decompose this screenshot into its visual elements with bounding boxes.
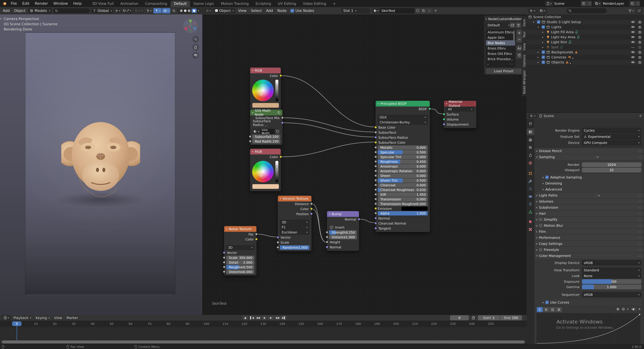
checkbox-icon[interactable]	[539, 218, 542, 221]
prop-dropdown[interactable]: None▾	[582, 273, 641, 279]
input-socket[interactable]	[374, 165, 377, 168]
camera-view-button[interactable]	[192, 52, 199, 59]
preset-list-item[interactable]: Blur Nodes	[486, 40, 515, 46]
collapse-icon[interactable]: ▾	[252, 150, 253, 153]
transform-orientation-dropdown[interactable]: Global▾	[91, 8, 114, 13]
disable-render-icon[interactable]	[638, 55, 642, 59]
panel-header-performance[interactable]: ▸Performance::::	[534, 235, 644, 241]
delete-preset-button[interactable]	[516, 22, 521, 28]
expand-icon[interactable]: ▸	[488, 63, 489, 65]
input-socket[interactable]	[223, 270, 226, 273]
rendered-shading-icon[interactable]	[192, 8, 197, 13]
collapse-icon[interactable]: ▾	[252, 69, 253, 72]
toolbar-expand-arrow[interactable]: ▸	[0, 17, 2, 20]
material-new-button[interactable]	[420, 8, 426, 13]
checkbox-icon[interactable]	[330, 226, 334, 229]
input-socket[interactable]	[249, 140, 252, 143]
disable-render-icon[interactable]	[638, 60, 642, 64]
subpanel-use-curves[interactable]: ▸✓Use Curves	[541, 300, 642, 305]
viewport-menu-add[interactable]: Add	[1, 7, 12, 14]
play-button[interactable]: ▶	[267, 315, 275, 321]
new-collection-button[interactable]	[636, 8, 643, 13]
node-enum-dropdown[interactable]: 3D▾	[226, 245, 254, 250]
curve-graph[interactable]	[536, 313, 640, 344]
workspace-add-tab[interactable]: +	[330, 1, 339, 7]
list-refresh-button[interactable]	[516, 52, 522, 59]
load-preset-button[interactable]: Load Preset	[486, 68, 522, 74]
node-header[interactable]: ▾Bump	[327, 211, 359, 217]
prop-dropdown[interactable]: sRGB▾	[582, 260, 641, 266]
node-enum-dropdown[interactable]: Euclidean▾	[280, 230, 310, 235]
3d-viewport[interactable]: Camera Perspective(0) Scene Collection |…	[0, 14, 202, 315]
disclosure-right-icon[interactable]: ▸	[538, 61, 540, 63]
output-socket[interactable]	[428, 107, 431, 110]
material-browse-button[interactable]: ▾	[372, 8, 380, 13]
input-socket[interactable]	[374, 155, 377, 158]
curve-channel-g[interactable]: G	[549, 307, 556, 312]
node-value-slider[interactable]: Red Radiu0.150	[252, 139, 280, 144]
collapse-icon[interactable]: ▾	[226, 228, 227, 230]
input-socket[interactable]	[326, 231, 328, 234]
output-socket[interactable]	[280, 74, 282, 77]
disclosure-down-icon[interactable]: ▾	[538, 26, 540, 28]
node-value-slider[interactable]: Distance1.000	[329, 235, 357, 239]
node-header[interactable]: ▾RGB	[250, 68, 281, 73]
subpanel-advanced[interactable]: ▸Advanced	[541, 186, 642, 192]
node-link[interactable]	[430, 109, 444, 114]
checkbox-icon[interactable]: ✓	[545, 301, 549, 304]
hide-viewport-icon[interactable]	[631, 30, 635, 34]
menubar-menu-file[interactable]: File	[8, 0, 20, 7]
preset-list-item[interactable]: Brass Elbru	[486, 46, 515, 51]
preset-list[interactable]: Aluminum ElbruApple SkinBlur NodesBrass …	[486, 29, 515, 67]
node-menu-view[interactable]: View	[236, 7, 249, 14]
node-value-slider[interactable]: Specular Tint0.000	[378, 155, 428, 159]
node-header[interactable]: ▾RGB	[250, 149, 281, 154]
prop-dropdown[interactable]: Cycles▾	[582, 128, 641, 133]
preset-list-item[interactable]: Apple Skin	[486, 35, 515, 40]
current-frame-field[interactable]: 0	[450, 315, 469, 320]
hide-viewport-icon[interactable]	[631, 25, 635, 29]
properties-object-data-tab[interactable]	[526, 209, 534, 215]
input-socket[interactable]	[374, 160, 377, 163]
delete-point-icon[interactable]: ✕	[638, 308, 641, 311]
properties-scene-tab[interactable]	[526, 152, 534, 159]
input-socket[interactable]	[223, 251, 226, 254]
input-socket[interactable]	[374, 126, 377, 129]
material-browse-button[interactable]: ▾	[252, 129, 260, 134]
node-header[interactable]: ▾Material Output	[444, 101, 476, 106]
input-socket[interactable]	[374, 131, 377, 134]
list-sort-button[interactable]: Az	[516, 45, 522, 51]
sidebar-tab-options[interactable]: Options	[522, 52, 526, 69]
node-value-slider[interactable]: Metallic0.000	[378, 145, 428, 150]
properties-output-tab[interactable]	[526, 136, 534, 143]
outliner-row[interactable]: ▸✓Objects4	[526, 60, 644, 65]
node-value-slider[interactable]: Clearcoat0.000	[378, 183, 428, 187]
checkbox-icon[interactable]: ✓	[545, 176, 549, 179]
node-value-slider[interactable]: Subsurfac0.100	[252, 134, 280, 139]
zoom-in-icon[interactable]: ⊕	[616, 307, 619, 311]
input-socket[interactable]	[374, 207, 377, 210]
disclosure-right-icon[interactable]: ▸	[542, 41, 545, 43]
subpanel-adaptive-sampling[interactable]: ▸✓Adaptive Sampling	[541, 174, 642, 180]
node-value-slider[interactable]: Sheen0.000	[378, 174, 428, 178]
disable-render-icon[interactable]	[638, 30, 642, 34]
collapse-icon[interactable]: ▾	[252, 111, 253, 114]
node-value-slider[interactable]: Strength0.250	[329, 230, 357, 235]
menubar-menu-help[interactable]: Help	[71, 0, 84, 7]
outliner-display-dropdown[interactable]: ▾	[528, 8, 537, 13]
node-value-slider[interactable]: Specular0.500	[378, 150, 428, 154]
node-value-slider[interactable]: Transmission Roughness0.000	[378, 202, 428, 206]
collapse-icon[interactable]: ▾	[329, 213, 330, 215]
render-disabled-icon[interactable]	[638, 45, 642, 49]
zoom-out-icon[interactable]: ⊖	[622, 307, 625, 311]
scene-name-field[interactable]: Scene	[553, 1, 581, 6]
node-header[interactable]: ▾Principled BSDF	[376, 101, 430, 106]
node-value-slider[interactable]: Detail2.000	[226, 260, 254, 265]
node-link[interactable]	[256, 234, 277, 237]
sidebar-tab-item[interactable]: Item	[522, 16, 526, 29]
input-socket[interactable]	[374, 179, 377, 182]
playhead[interactable]	[16, 325, 17, 341]
disclosure-right-icon[interactable]: ▸	[538, 51, 540, 53]
shading-mode-cluster[interactable]: ▾	[177, 8, 201, 13]
show-overlays-toggle[interactable]: ▾	[162, 8, 170, 13]
